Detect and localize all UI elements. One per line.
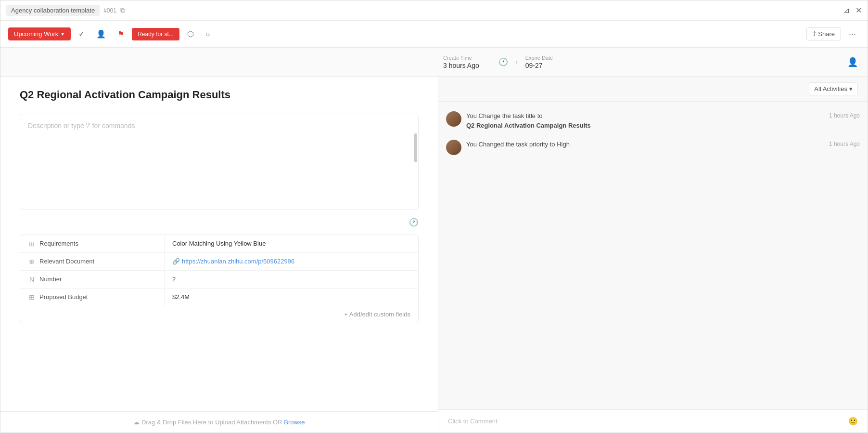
field-label: Requirements xyxy=(39,240,78,247)
field-type-icon: ⊕ xyxy=(28,258,36,265)
pin-icon[interactable]: ⧉ xyxy=(120,6,125,14)
expire-date-value: 09-27 xyxy=(525,62,553,69)
left-panel: Q2 Regional Activation Campaign Results … xyxy=(0,77,438,433)
clock-small-icon: 🕐 xyxy=(409,218,419,227)
dropdown-chevron-icon: ▾ xyxy=(849,85,853,92)
share-icon: ⤴ xyxy=(813,30,816,38)
description-scrollbar[interactable] xyxy=(414,133,417,162)
more-options-button[interactable]: ··· xyxy=(845,27,860,41)
upload-icon: ☁ xyxy=(133,419,140,426)
close-button[interactable]: ✕ xyxy=(855,6,862,15)
field-type-icon: ⊞ xyxy=(28,240,36,248)
field-link[interactable]: https://zhuanlan.zhihu.com/p/509622996 xyxy=(182,258,294,265)
field-type-icon: ⊞ xyxy=(28,293,36,301)
create-time-value: 3 hours Ago xyxy=(443,62,479,69)
avatar xyxy=(446,111,461,127)
browse-link[interactable]: Browse xyxy=(284,419,305,426)
field-label: Relevant Document xyxy=(39,258,94,265)
assign-button[interactable]: 👤 xyxy=(92,27,110,40)
activities-header: All Activities ▾ xyxy=(438,77,868,102)
cube-button[interactable]: ⬡ xyxy=(183,27,198,40)
field-rows: ⊞RequirementsColor Matching Using Yellow… xyxy=(20,235,418,306)
dropdown-arrow-icon: ▼ xyxy=(60,31,65,37)
activity-text: You Changed the task priority to High xyxy=(466,140,570,149)
left-scroll-container: Q2 Regional Activation Campaign Results … xyxy=(0,77,438,411)
add-field-button[interactable]: + Add/edit custom fields xyxy=(20,306,418,323)
tab-name[interactable]: Agency collaboration template xyxy=(6,5,100,16)
upload-text: Drag & Drop Files Here to Upload Attachm… xyxy=(141,419,282,426)
expire-date-group: Expire Date 09-27 xyxy=(525,55,553,69)
check-button[interactable]: ✓ xyxy=(75,27,89,40)
activity-time: 1 hours Ago xyxy=(829,112,860,119)
share-button[interactable]: ⤴ Share xyxy=(806,27,841,40)
user-icon: 👤 xyxy=(847,57,858,67)
field-label: Proposed Budget xyxy=(39,293,88,301)
infobar-right: Create Time 3 hours Ago 🕐 › Expire Date … xyxy=(443,55,858,69)
main-layout: Q2 Regional Activation Campaign Results … xyxy=(0,77,868,433)
description-placeholder: Description or type '/' for commands xyxy=(28,122,135,130)
upcoming-work-label: Upcoming Work xyxy=(14,30,58,38)
emoji-icon[interactable]: 🙂 xyxy=(848,417,858,426)
task-title[interactable]: Q2 Regional Activation Campaign Results xyxy=(20,88,419,102)
left-scroll-inner[interactable]: Q2 Regional Activation Campaign Results … xyxy=(0,77,438,411)
activities-filter-button[interactable]: All Activities ▾ xyxy=(809,82,858,95)
expire-date-label: Expire Date xyxy=(525,55,553,61)
activity-item: You Change the task title toQ2 Regional … xyxy=(446,111,860,130)
tab-id: #001 xyxy=(103,7,116,14)
infobar: Create Time 3 hours Ago 🕐 › Expire Date … xyxy=(0,48,868,77)
clock-icon: 🕐 xyxy=(498,57,508,66)
field-value[interactable]: $2.4M xyxy=(165,289,418,305)
toolbar: Upcoming Work ▼ ✓ 👤 ⚑ Ready for st... ⬡ … xyxy=(0,21,868,48)
circle-check-button[interactable]: ○ xyxy=(202,28,214,40)
field-value[interactable]: Color Matching Using Yellow Blue xyxy=(165,235,418,252)
activity-item: You Changed the task priority to High1 h… xyxy=(446,140,860,155)
create-time-group: Create Time 3 hours Ago xyxy=(443,55,479,69)
avatar xyxy=(446,140,461,155)
titlebar-right: ⊿ ✕ xyxy=(843,6,862,15)
status-button[interactable]: Ready for st... xyxy=(132,28,179,40)
activity-time: 1 hours Ago xyxy=(829,141,860,147)
upload-footer: ☁ Drag & Drop Files Here to Upload Attac… xyxy=(0,411,438,433)
table-row: ⊕Relevant Document🔗https://zhuanlan.zhih… xyxy=(20,253,418,271)
minimize-button[interactable]: ⊿ xyxy=(843,6,850,15)
custom-fields-table: ⊞RequirementsColor Matching Using Yellow… xyxy=(20,235,419,323)
field-value[interactable]: 2 xyxy=(165,271,418,288)
field-value[interactable]: 🔗https://zhuanlan.zhihu.com/p/509622996 xyxy=(165,253,418,270)
share-label: Share xyxy=(818,30,835,38)
table-row: ⊞RequirementsColor Matching Using Yellow… xyxy=(20,235,418,253)
activities-filter-label: All Activities xyxy=(814,85,847,92)
field-label: Number xyxy=(39,276,62,283)
comment-footer: Click to Comment 🙂 xyxy=(438,409,868,433)
titlebar-left: Agency collaboration template #001 ⧉ xyxy=(6,5,125,16)
create-time-label: Create Time xyxy=(443,55,479,61)
content-area: Q2 Regional Activation Campaign Results … xyxy=(0,77,438,335)
comment-placeholder[interactable]: Click to Comment xyxy=(448,418,498,425)
upcoming-work-button[interactable]: Upcoming Work ▼ xyxy=(8,27,71,40)
flag-button[interactable]: ⚑ xyxy=(114,27,128,40)
right-panel: All Activities ▾ You Change the task tit… xyxy=(438,77,868,433)
arrow-icon: › xyxy=(516,59,518,66)
description-box[interactable]: Description or type '/' for commands xyxy=(20,114,419,210)
activity-text: You Change the task title toQ2 Regional … xyxy=(466,111,591,130)
table-row: ⊞Proposed Budget$2.4M xyxy=(20,289,418,306)
titlebar: Agency collaboration template #001 ⧉ ⊿ ✕ xyxy=(0,0,868,21)
activities-list: You Change the task title toQ2 Regional … xyxy=(438,102,868,409)
clock-icon-row: 🕐 xyxy=(20,218,419,227)
table-row: NNumber2 xyxy=(20,271,418,289)
field-type-icon: N xyxy=(28,276,36,283)
